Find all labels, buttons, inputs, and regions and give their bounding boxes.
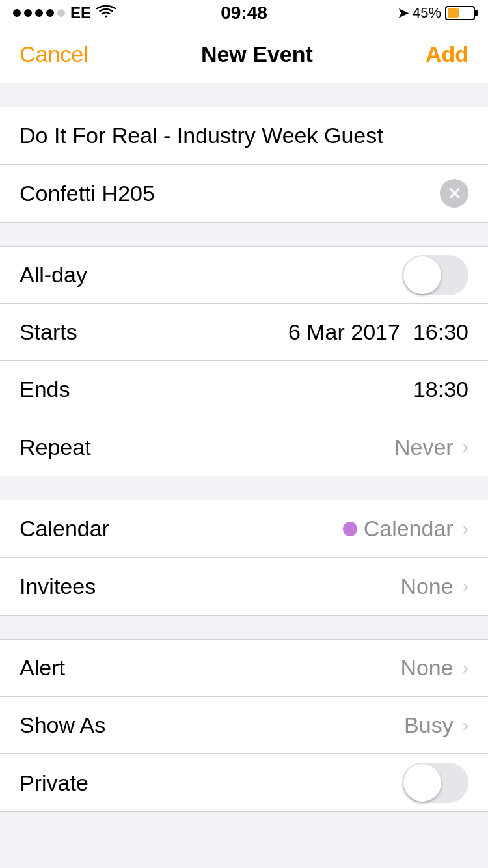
calendar-value: Calendar › [343,516,468,541]
section-gap-2 [0,223,488,246]
all-day-label: All-day [20,262,87,288]
alert-label: Alert [20,655,65,681]
section-gap-1 [0,83,488,107]
starts-value: 6 Mar 2017 16:30 [288,319,468,345]
event-title-row[interactable]: Do It For Real - Industry Week Guest [0,107,488,165]
repeat-row[interactable]: Repeat Never › [0,418,488,476]
section-gap-3 [0,476,488,500]
calendar-label: Calendar [20,516,109,541]
repeat-chevron-icon: › [463,437,468,457]
private-label: Private [20,770,88,796]
location-text: Confetti H205 [20,181,440,206]
show-as-label: Show As [20,712,105,738]
ends-row[interactable]: Ends 18:30 [0,361,488,418]
status-left: EE [13,4,116,22]
alert-row[interactable]: Alert None › [0,640,488,697]
status-time: 09:48 [221,3,267,23]
section-gap-4 [0,616,488,639]
dot5 [57,9,65,17]
starts-date: 6 Mar 2017 [288,319,400,345]
repeat-value-text: Never [394,435,454,460]
show-as-value-text: Busy [404,712,454,738]
dot3 [35,9,43,17]
dot2 [24,9,32,17]
all-day-toggle[interactable] [402,255,468,295]
alert-section: Alert None › Show As Busy › Private [0,639,488,812]
status-right: ➤ 45% [398,5,475,21]
ends-time: 18:30 [413,377,468,402]
title-location-section: Do It For Real - Industry Week Guest Con… [0,107,488,223]
location-row[interactable]: Confetti H205 ✕ [0,165,488,222]
battery-icon [445,6,475,20]
battery-percentage: 45% [413,5,441,21]
calendar-color-dot [343,522,357,536]
event-title-text: Do It For Real - Industry Week Guest [20,123,383,148]
dot1 [13,9,21,17]
calendar-chevron-icon: › [463,519,468,539]
wifi-icon [96,5,116,22]
clear-location-button[interactable]: ✕ [440,179,468,208]
private-toggle-thumb [403,764,441,802]
location-arrow-icon: ➤ [398,5,409,21]
all-day-row[interactable]: All-day [0,247,488,304]
ends-value: 18:30 [413,377,468,402]
starts-label: Starts [20,319,77,345]
invitees-label: Invitees [20,574,96,599]
show-as-value: Busy › [404,712,468,738]
show-as-row[interactable]: Show As Busy › [0,697,488,754]
private-row[interactable]: Private [0,754,488,811]
cancel-button[interactable]: Cancel [20,42,88,67]
status-bar: EE 09:48 ➤ 45% [0,0,488,26]
ends-label: Ends [20,377,70,402]
calendar-section: Calendar Calendar › Invitees None › [0,500,488,616]
invitees-value: None › [400,574,468,599]
toggle-thumb [403,256,441,294]
dot4 [46,9,54,17]
datetime-section: All-day Starts 6 Mar 2017 16:30 Ends 18:… [0,246,488,476]
invitees-value-text: None [400,574,453,599]
add-button[interactable]: Add [426,42,468,67]
calendar-value-text: Calendar [364,516,454,541]
show-as-chevron-icon: › [463,715,468,736]
page-title: New Event [201,42,313,67]
carrier-label: EE [70,4,91,22]
alert-value: None › [400,655,468,681]
repeat-label: Repeat [20,435,91,460]
signal-dots [13,9,65,17]
invitees-row[interactable]: Invitees None › [0,558,488,615]
starts-row[interactable]: Starts 6 Mar 2017 16:30 [0,304,488,361]
calendar-row[interactable]: Calendar Calendar › [0,500,488,558]
battery-fill [448,8,459,18]
invitees-chevron-icon: › [463,576,468,597]
alert-value-text: None [400,655,453,681]
private-toggle[interactable] [402,763,468,803]
alert-chevron-icon: › [463,658,468,679]
repeat-value: Never › [394,435,468,460]
starts-time: 16:30 [413,319,468,345]
nav-bar: Cancel New Event Add [0,26,488,83]
